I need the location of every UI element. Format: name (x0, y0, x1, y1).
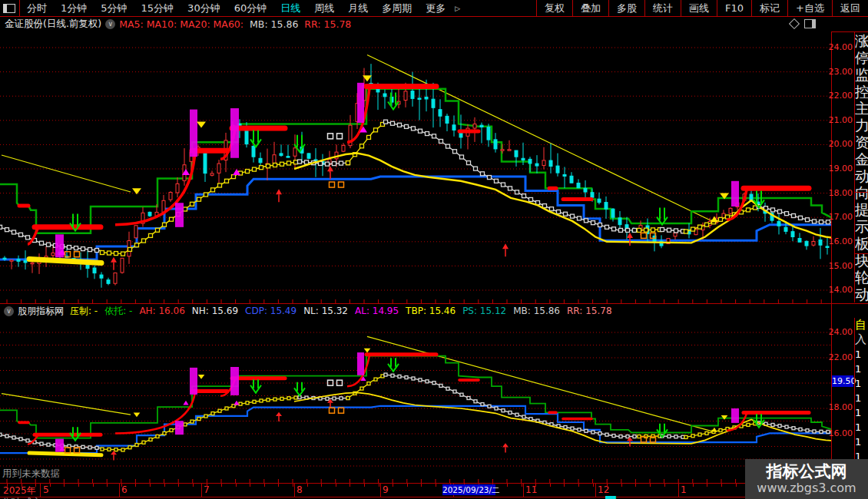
axis-tick-label: 23.00 (829, 67, 853, 77)
axis-tick-label: 20.00 (829, 139, 853, 149)
indicator-field: PS: 15.12 (462, 306, 506, 316)
tab-多周期[interactable]: 多周期 (375, 2, 419, 15)
ma-labels: MA5: MA10: MA20: MA60: (119, 18, 244, 30)
indicator-field: CDP: 15.49 (245, 306, 297, 316)
indicator-field: NH: 15.69 (192, 306, 238, 316)
indicator-field: AH: 16.06 (139, 306, 184, 316)
sub-chart[interactable] (0, 317, 831, 483)
axis-tick-label: 24.00 (829, 42, 853, 52)
mb-value: MB: 15.86 (250, 18, 298, 30)
watermark-url: www.zbgs3.com (757, 481, 856, 496)
button-画线[interactable]: 画线 (681, 0, 717, 16)
main-chart[interactable] (0, 31, 831, 303)
axis-tick-label: 18.00 (829, 402, 853, 412)
bottom-clipped-row: 分时 成交 (2, 496, 585, 499)
more-arrow-icon: ▷ (448, 5, 467, 12)
cursor-date-label: 2025/09/23/二 (442, 484, 495, 495)
axis-tick-label: 22.00 (829, 352, 853, 362)
axis-tick-label: 16.00 (829, 236, 853, 246)
indicator-field: NL: 15.32 (303, 306, 348, 316)
indicator-values: 压制: -依托: -AH: 16.06NH: 15.69CDP: 15.49NL… (70, 305, 619, 318)
period-tabs: 分时1分钟5分钟15分钟30分钟60分钟日线周线月线多周期更多▷ (20, 0, 467, 16)
month-label: 5 (43, 484, 49, 495)
button-标记[interactable]: 标记 (751, 0, 787, 16)
indicator-field: MB: 15.86 (513, 306, 560, 316)
button-F10[interactable]: F10 (717, 0, 751, 16)
axis-tick-label: 18.00 (829, 188, 853, 198)
indicator-field: 依托: - (104, 306, 132, 316)
split-window-icon[interactable] (804, 19, 816, 28)
month-label: 6 (121, 484, 128, 495)
indicator-bar: ∨ 股朋指标网 压制: -依托: -AH: 16.06NH: 15.69CDP:… (0, 303, 868, 318)
button-叠加[interactable]: 叠加 (572, 0, 608, 16)
right-strip-clipped-top: 涨停监控主力资金动向提示板块轮动强度排行榜单 (854, 32, 868, 302)
month-label: 1 (681, 484, 687, 495)
symbol-title: 金证股份(日线.前复权) (5, 18, 101, 31)
rr-value: RR: 15.78 (304, 18, 351, 30)
diamond-icon[interactable] (789, 18, 800, 29)
tab-分时[interactable]: 分时 (20, 2, 54, 15)
action-buttons: 复权叠加多股统计画线F10标记+自选返回 (536, 0, 868, 16)
month-label: 8 (297, 484, 303, 495)
bottom-clipped-row-accent: █▌ (605, 496, 651, 499)
tab-5分钟[interactable]: 5分钟 (94, 2, 134, 15)
tab-60分钟[interactable]: 60分钟 (227, 2, 274, 15)
app-window: 分时1分钟5分钟15分钟30分钟60分钟日线周线月线多周期更多▷ 复权叠加多股统… (0, 0, 868, 499)
axis-tick-label: 17.00 (829, 212, 853, 222)
axis-tick-label: 15.00 (829, 261, 853, 271)
chart-title-bar: 金证股份(日线.前复权) ∨ MA5: MA10: MA20: MA60: MB… (0, 17, 868, 32)
price-axis: 24.0023.0022.0021.0020.0019.0018.0017.00… (831, 31, 854, 483)
axis-tick-label: 24.00 (829, 327, 853, 337)
cursor-price-label: 19.50 (832, 375, 853, 387)
chevron-down-icon[interactable]: ∨ (105, 19, 115, 29)
indicator-field: TBP: 15.46 (406, 306, 456, 316)
button-+自选[interactable]: +自选 (787, 0, 832, 16)
button-复权[interactable]: 复权 (536, 0, 572, 16)
axis-tick-label: 19.00 (829, 164, 853, 173)
button-统计[interactable]: 统计 (644, 0, 681, 16)
axis-tick-label: 16.00 (829, 428, 853, 438)
chevron-down-icon[interactable]: ∨ (4, 306, 14, 316)
month-label: 9 (383, 484, 389, 495)
axis-tick-label: 21.00 (829, 115, 853, 125)
indicator-field: 压制: - (70, 306, 98, 316)
period-toolbar: 分时1分钟5分钟15分钟30分钟60分钟日线周线月线多周期更多▷ 复权叠加多股统… (0, 0, 868, 17)
indicator-name: 股朋指标网 (18, 305, 64, 318)
tab-1分钟[interactable]: 1分钟 (54, 2, 94, 15)
button-多股[interactable]: 多股 (608, 0, 644, 16)
button-返回[interactable]: 返回 (832, 0, 868, 16)
watermark-title: 指标公式网 (767, 462, 847, 481)
right-strip-clipped-bottom: 自入11111111 (854, 318, 868, 482)
tab-日线[interactable]: 日线 (273, 2, 307, 15)
tab-月线[interactable]: 月线 (341, 2, 375, 15)
axis-tick-label: 14.00 (829, 285, 853, 295)
future-data-note: 用到未来数据 (2, 468, 60, 481)
tab-周线[interactable]: 周线 (307, 2, 341, 15)
axis-tick-label: 22.00 (829, 91, 853, 101)
watermark: 指标公式网 www.zbgs3.com (745, 459, 868, 499)
layout-icon[interactable] (3, 4, 15, 13)
tab-30分钟[interactable]: 30分钟 (181, 2, 227, 15)
tab-15分钟[interactable]: 15分钟 (134, 2, 181, 15)
indicator-field: RR: 15.78 (567, 306, 612, 316)
indicator-field: AL: 14.95 (355, 306, 399, 316)
